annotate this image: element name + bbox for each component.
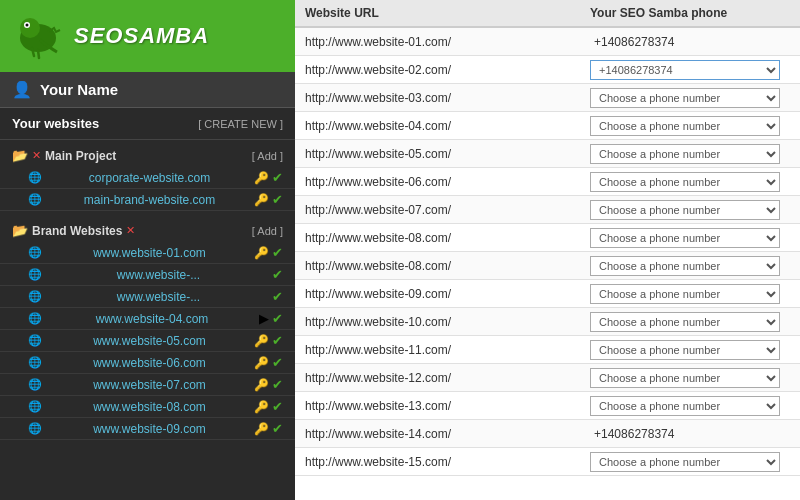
user-bar: 👤 Your Name xyxy=(0,72,295,108)
phone-select[interactable]: Choose a phone number xyxy=(590,256,780,276)
key-icon[interactable]: 🔑 xyxy=(254,422,269,436)
row-phone-area: +14086278374 xyxy=(590,427,790,441)
x-icon-brand: ✕ xyxy=(126,224,135,237)
check-icon[interactable]: ✔ xyxy=(272,311,283,326)
row-url: http://www.website-12.com/ xyxy=(305,371,590,385)
sidebar-content: 📂 ✕ Main Project [ Add ] 🌐 corporate-web… xyxy=(0,140,295,500)
table-row: http://www.website-09.com/ Choose a phon… xyxy=(295,280,800,308)
key-icon[interactable]: 🔑 xyxy=(254,378,269,392)
phone-select[interactable]: Choose a phone number +14086278374 +1415… xyxy=(590,60,780,80)
phone-select[interactable]: Choose a phone number xyxy=(590,284,780,304)
table-row: http://www.website-02.com/ Choose a phon… xyxy=(295,56,800,84)
table-row: http://www.website-10.com/ Choose a phon… xyxy=(295,308,800,336)
key-icon[interactable]: 🔑 xyxy=(254,334,269,348)
row-url: http://www.website-03.com/ xyxy=(305,91,590,105)
site-link[interactable]: www.website-... xyxy=(117,268,200,282)
site-link[interactable]: www.website-06.com xyxy=(93,356,206,370)
check-icon[interactable]: ✔ xyxy=(272,355,283,370)
site-link[interactable]: corporate-website.com xyxy=(89,171,210,185)
folder-icon: 📂 xyxy=(12,223,28,238)
phone-select[interactable]: Choose a phone number xyxy=(590,368,780,388)
site-link[interactable]: www.website-05.com xyxy=(93,334,206,348)
site-link[interactable]: www.website-... xyxy=(117,290,200,304)
project-name-brand: Brand Websites xyxy=(32,224,122,238)
row-phone-area[interactable]: Choose a phone number xyxy=(590,172,790,192)
site-link[interactable]: www.website-01.com xyxy=(93,246,206,260)
your-websites-bar: Your websites [ CREATE NEW ] xyxy=(0,108,295,140)
phone-select[interactable]: Choose a phone number xyxy=(590,172,780,192)
globe-icon: 🌐 xyxy=(28,422,42,435)
phone-select[interactable]: Choose a phone number xyxy=(590,88,780,108)
check-icon[interactable]: ✔ xyxy=(272,421,283,436)
row-phone-area: +14086278374 xyxy=(590,35,790,49)
row-phone-dropdown-open[interactable]: Choose a phone number +14086278374 +1415… xyxy=(590,60,790,80)
check-icon[interactable]: ✔ xyxy=(272,333,283,348)
table-row: http://www.website-03.com/ Choose a phon… xyxy=(295,84,800,112)
row-url: http://www.website-13.com/ xyxy=(305,399,590,413)
row-phone-area[interactable]: Choose a phone number xyxy=(590,88,790,108)
phone-select[interactable]: Choose a phone number xyxy=(590,452,780,472)
cursor-icon: ▶ xyxy=(259,311,269,326)
row-url: http://www.website-15.com/ xyxy=(305,455,590,469)
row-phone-area[interactable]: Choose a phone number xyxy=(590,116,790,136)
add-link-main[interactable]: [ Add ] xyxy=(252,150,283,162)
key-icon[interactable]: 🔑 xyxy=(254,400,269,414)
phone-select[interactable]: Choose a phone number xyxy=(590,144,780,164)
check-icon[interactable]: ✔ xyxy=(272,289,283,304)
logo-icon xyxy=(12,10,64,62)
row-phone-area[interactable]: Choose a phone number xyxy=(590,368,790,388)
row-phone-area[interactable]: Choose a phone number xyxy=(590,312,790,332)
phone-select[interactable]: Choose a phone number xyxy=(590,200,780,220)
key-icon[interactable]: 🔑 xyxy=(254,356,269,370)
globe-icon: 🌐 xyxy=(28,268,42,281)
site-link[interactable]: main-brand-website.com xyxy=(84,193,215,207)
check-icon[interactable]: ✔ xyxy=(272,377,283,392)
add-link-brand[interactable]: [ Add ] xyxy=(252,225,283,237)
table-row: http://www.website-07.com/ Choose a phon… xyxy=(295,196,800,224)
row-url: http://www.website-08.com/ xyxy=(305,231,590,245)
check-icon[interactable]: ✔ xyxy=(272,399,283,414)
globe-icon: 🌐 xyxy=(28,193,42,206)
phone-select[interactable]: Choose a phone number xyxy=(590,116,780,136)
check-icon[interactable]: ✔ xyxy=(272,192,283,207)
phone-value: +14086278374 xyxy=(590,33,678,51)
key-icon[interactable]: 🔑 xyxy=(254,193,269,207)
row-phone-area[interactable]: Choose a phone number xyxy=(590,396,790,416)
check-icon[interactable]: ✔ xyxy=(272,245,283,260)
row-url: http://www.website-02.com/ xyxy=(305,63,590,77)
site-link[interactable]: www.website-07.com xyxy=(93,378,206,392)
row-phone-area[interactable]: Choose a phone number xyxy=(590,228,790,248)
row-phone-area[interactable]: Choose a phone number xyxy=(590,284,790,304)
phone-select[interactable]: Choose a phone number xyxy=(590,340,780,360)
row-url: http://www.website-11.com/ xyxy=(305,343,590,357)
check-icon[interactable]: ✔ xyxy=(272,267,283,282)
list-item: 🌐 corporate-website.com 🔑 ✔ xyxy=(0,167,295,189)
row-phone-area[interactable]: Choose a phone number xyxy=(590,256,790,276)
site-link[interactable]: www.website-04.com xyxy=(96,312,209,326)
row-phone-area[interactable]: Choose a phone number xyxy=(590,144,790,164)
create-new-button[interactable]: [ CREATE NEW ] xyxy=(198,118,283,130)
list-item: 🌐 www.website-01.com 🔑 ✔ xyxy=(0,242,295,264)
row-phone-area[interactable]: Choose a phone number xyxy=(590,340,790,360)
list-item: 🌐 www.website-09.com 🔑 ✔ xyxy=(0,418,295,440)
globe-icon: 🌐 xyxy=(28,171,42,184)
site-link[interactable]: www.website-09.com xyxy=(93,422,206,436)
key-icon[interactable]: 🔑 xyxy=(254,246,269,260)
table-row: http://www.website-05.com/ Choose a phon… xyxy=(295,140,800,168)
phone-select[interactable]: Choose a phone number xyxy=(590,396,780,416)
list-item: 🌐 www.website-04.com ▶ ✔ xyxy=(0,308,295,330)
sidebar: SEOSAMBA 👤 Your Name Your websites [ CRE… xyxy=(0,0,295,500)
key-icon[interactable]: 🔑 xyxy=(254,171,269,185)
svg-point-3 xyxy=(26,24,29,27)
list-item: 🌐 main-brand-website.com 🔑 ✔ xyxy=(0,189,295,211)
col-url-header: Website URL xyxy=(305,6,590,20)
row-phone-area[interactable]: Choose a phone number xyxy=(590,452,790,472)
project-name-main: Main Project xyxy=(45,149,116,163)
row-url: http://www.website-10.com/ xyxy=(305,315,590,329)
row-phone-area[interactable]: Choose a phone number xyxy=(590,200,790,220)
check-icon[interactable]: ✔ xyxy=(272,170,283,185)
logo-area: SEOSAMBA xyxy=(0,0,295,72)
site-link[interactable]: www.website-08.com xyxy=(93,400,206,414)
phone-select[interactable]: Choose a phone number xyxy=(590,228,780,248)
phone-select[interactable]: Choose a phone number xyxy=(590,312,780,332)
